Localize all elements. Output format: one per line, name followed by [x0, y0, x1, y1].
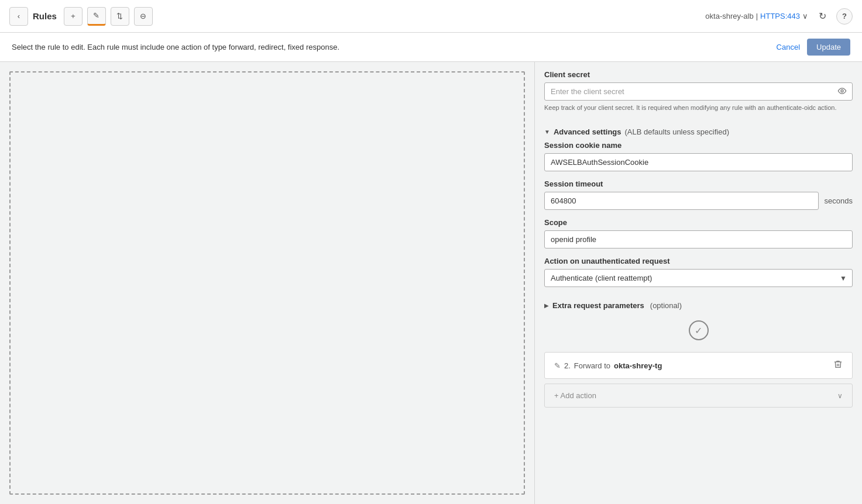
client-secret-input[interactable]: [544, 82, 853, 101]
client-secret-input-wrapper: [544, 82, 853, 101]
advanced-settings-label: Advanced settings: [554, 127, 621, 136]
back-icon: ‹: [18, 12, 20, 20]
left-panel: [9, 71, 525, 495]
checkmark-circle: ✓: [689, 320, 709, 340]
action-delete-button[interactable]: [833, 360, 843, 371]
right-panel-inner: Client secret Keep track of your client …: [535, 62, 862, 422]
scope-input[interactable]: [544, 230, 853, 248]
info-bar-actions: Cancel Update: [777, 39, 850, 56]
refresh-button[interactable]: ↻: [813, 7, 832, 26]
client-secret-section: Client secret Keep track of your client …: [544, 62, 853, 112]
advanced-settings-content: Session cookie name Session timeout seco…: [544, 141, 853, 347]
help-icon: ?: [842, 12, 847, 20]
checkmark-icon: ✓: [695, 325, 702, 336]
cancel-button[interactable]: Cancel: [777, 43, 800, 51]
back-button[interactable]: ‹: [9, 7, 28, 26]
session-timeout-input[interactable]: [544, 192, 819, 210]
advanced-settings-toggle[interactable]: ▼ Advanced settings (ALB defaults unless…: [544, 120, 853, 141]
session-timeout-row: seconds: [544, 192, 853, 210]
remove-icon: ⊖: [140, 12, 146, 20]
right-panel: Client secret Keep track of your client …: [534, 62, 862, 504]
session-cookie-section: Session cookie name: [544, 141, 853, 171]
add-action-left: + Add action: [554, 391, 596, 400]
top-nav: ‹ Rules + ✎ ⇅ ⊖ okta-shrey-alb | HTTPS:4…: [0, 0, 862, 33]
rules-title: Rules: [33, 11, 57, 21]
info-bar: Select the rule to edit. Each rule must …: [0, 33, 862, 62]
add-icon: +: [71, 12, 75, 20]
server-info: okta-shrey-alb | HTTPS:443 ∨: [705, 12, 808, 20]
server-name: okta-shrey-alb: [705, 12, 753, 20]
info-bar-text: Select the rule to edit. Each rule must …: [12, 43, 339, 51]
session-timeout-label: Session timeout: [544, 179, 853, 188]
main-content: Client secret Keep track of your client …: [0, 62, 862, 504]
add-action-chevron-icon: ∨: [837, 392, 843, 400]
add-action-bar[interactable]: + Add action ∨: [544, 384, 853, 408]
svg-point-0: [841, 89, 843, 92]
scope-section: Scope: [544, 218, 853, 248]
action-pencil-icon: ✎: [554, 361, 561, 370]
refresh-icon: ↻: [819, 11, 826, 22]
edit-rule-button[interactable]: ✎: [87, 7, 106, 26]
scope-label: Scope: [544, 218, 853, 227]
add-action-label: + Add action: [554, 391, 596, 400]
advanced-settings-sub: (ALB defaults unless specified): [625, 127, 729, 136]
sort-rules-button[interactable]: ⇅: [111, 7, 129, 26]
unauthenticated-action-label: Action on unauthenticated request: [544, 257, 853, 265]
extra-params-label: Extra request parameters: [552, 301, 644, 310]
help-button[interactable]: ?: [836, 8, 853, 25]
unauthenticated-action-select-wrapper: Authenticate (client reattempt) Allow De…: [544, 269, 853, 287]
extra-params-toggle[interactable]: ▶ Extra request parameters (optional): [544, 295, 853, 316]
update-button[interactable]: Update: [807, 39, 850, 56]
remove-rule-button[interactable]: ⊖: [134, 7, 153, 26]
action-num: 2.: [564, 361, 571, 370]
action-item-left: ✎ 2. Forward to okta-shrey-tg: [554, 361, 662, 370]
action-target: okta-shrey-tg: [614, 361, 662, 370]
checkmark-area: ✓: [544, 316, 853, 347]
extra-params-arrow-icon: ▶: [544, 302, 549, 309]
advanced-arrow-icon: ▼: [544, 129, 550, 135]
eye-icon: [837, 86, 847, 97]
seconds-label: seconds: [825, 196, 853, 205]
server-link[interactable]: HTTPS:443: [760, 12, 800, 20]
server-chevron-icon: ∨: [802, 12, 808, 20]
session-cookie-label: Session cookie name: [544, 141, 853, 150]
client-secret-label: Client secret: [544, 70, 853, 79]
sort-icon: ⇅: [116, 12, 123, 20]
add-rule-button[interactable]: +: [64, 7, 83, 26]
extra-params-sub: (optional): [650, 301, 682, 310]
action-item-forward: ✎ 2. Forward to okta-shrey-tg: [544, 352, 853, 379]
edit-icon: ✎: [93, 11, 99, 20]
session-cookie-input[interactable]: [544, 153, 853, 171]
action-prefix: Forward to: [574, 361, 610, 370]
unauthenticated-action-section: Action on unauthenticated request Authen…: [544, 257, 853, 287]
client-secret-hint: Keep track of your client secret. It is …: [544, 103, 853, 112]
server-sep: |: [756, 12, 758, 20]
unauthenticated-action-select[interactable]: Authenticate (client reattempt) Allow De…: [544, 269, 853, 287]
session-timeout-section: Session timeout seconds: [544, 179, 853, 210]
